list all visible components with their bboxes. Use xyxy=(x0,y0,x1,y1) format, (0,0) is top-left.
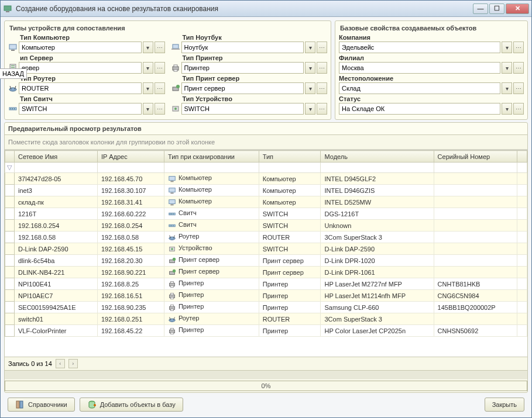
dropdown-button[interactable]: ▾ xyxy=(305,82,315,94)
svg-rect-27 xyxy=(169,199,176,203)
cell-ip: 192.168.90.221 xyxy=(97,267,164,278)
references-button[interactable]: Справочники xyxy=(8,398,75,412)
browse-button[interactable]: ⋯ xyxy=(317,62,327,74)
devtype-input[interactable] xyxy=(182,83,304,94)
row-header[interactable] xyxy=(5,325,15,337)
row-header[interactable] xyxy=(5,196,15,208)
nav-next-button[interactable]: › xyxy=(68,359,78,368)
cell-model: D-Link DPR-1020 xyxy=(321,255,434,267)
dropdown-button[interactable]: ▾ xyxy=(143,103,153,115)
devtype-label: Тип Компьютер xyxy=(8,34,165,41)
column-header[interactable]: IP Адрес xyxy=(97,151,164,163)
dropdown-button[interactable]: ▾ xyxy=(143,82,153,94)
table-row[interactable]: SEC001599425A1E192.168.90.235ПринтерПрин… xyxy=(5,302,527,313)
browse-button[interactable]: ⋯ xyxy=(513,42,524,53)
dropdown-button[interactable]: ▾ xyxy=(143,42,153,53)
dropdown-button[interactable]: ▾ xyxy=(305,103,315,115)
browse-button[interactable]: ⋯ xyxy=(155,42,165,53)
column-header[interactable]: Модель xyxy=(321,151,434,163)
horizontal-scrollbar[interactable] xyxy=(5,370,527,379)
baseprop-input[interactable] xyxy=(339,83,500,94)
browse-button[interactable]: ⋯ xyxy=(317,82,327,94)
devtype-input[interactable] xyxy=(19,63,141,73)
devtype-input[interactable] xyxy=(19,42,141,53)
row-header[interactable] xyxy=(5,232,15,243)
browse-button[interactable]: ⋯ xyxy=(317,103,327,115)
baseprop-input[interactable] xyxy=(339,42,500,53)
filter-cell[interactable] xyxy=(321,163,434,173)
table-row[interactable]: 1216T192.168.60.222СвитчSWITCHDGS-1216T xyxy=(5,208,527,220)
dropdown-button[interactable]: ▾ xyxy=(502,103,512,115)
row-header[interactable] xyxy=(5,243,15,255)
table-row[interactable]: switch01192.168.0.251РоутерROUTER3Com Su… xyxy=(5,313,527,325)
column-header[interactable]: Тип xyxy=(259,151,321,163)
row-header[interactable] xyxy=(5,220,15,232)
table-row[interactable]: VLF-ColorPrinter192.168.45.22ПринтерПрин… xyxy=(5,325,527,337)
row-header[interactable] xyxy=(5,185,15,196)
row-header[interactable] xyxy=(5,267,15,278)
filter-icon[interactable]: ▽ xyxy=(5,164,13,171)
table-row[interactable]: D-Link DAP-2590192.168.45.15УстройствоSW… xyxy=(5,243,527,255)
row-header[interactable] xyxy=(5,290,15,302)
table-row[interactable]: DLINK-NB4-221192.168.90.221Принт серверП… xyxy=(5,267,527,278)
column-header[interactable]: Сетевое Имя xyxy=(15,151,98,163)
table-row[interactable]: dlink-6c54ba192.168.20.30Принт серверПри… xyxy=(5,255,527,267)
table-row[interactable]: 37l4247d28-05192.168.45.70КомпьютерКомпь… xyxy=(5,173,527,185)
devtype-input[interactable] xyxy=(19,83,141,94)
filter-cell[interactable] xyxy=(15,163,98,173)
close-button[interactable]: Закрыть xyxy=(485,398,524,412)
minimize-button[interactable]: — xyxy=(473,4,488,14)
row-header[interactable] xyxy=(5,208,15,220)
devtype-input[interactable] xyxy=(182,42,304,53)
cell-model: DGS-1216T xyxy=(321,208,434,220)
dropdown-button[interactable]: ▾ xyxy=(143,62,153,74)
dropdown-button[interactable]: ▾ xyxy=(502,62,512,74)
filter-cell[interactable] xyxy=(434,163,517,173)
filter-cell[interactable] xyxy=(164,163,259,173)
group-by-hint[interactable]: Поместите сюда заголовок колонки для гру… xyxy=(5,135,527,150)
row-header[interactable] xyxy=(5,313,15,325)
column-header[interactable]: Серийный Номер xyxy=(434,151,517,163)
row-header[interactable] xyxy=(5,255,15,267)
svg-rect-48 xyxy=(170,285,173,287)
browse-button[interactable]: ⋯ xyxy=(513,62,524,74)
browse-button[interactable]: ⋯ xyxy=(513,103,524,115)
cell-name: 37l4247d28-05 xyxy=(15,173,98,185)
table-row[interactable]: склад-пк192.168.31.41КомпьютерКомпьютерI… xyxy=(5,196,527,208)
row-header[interactable] xyxy=(5,302,15,313)
table-row[interactable]: 192.168.0.254192.168.0.254СвитчSWITCHUnk… xyxy=(5,220,527,232)
results-grid[interactable]: Сетевое ИмяIP АдресТип при сканированииТ… xyxy=(5,150,527,357)
devtype-input[interactable] xyxy=(182,103,304,114)
filter-cell[interactable] xyxy=(259,163,321,173)
nav-prev-button[interactable]: ‹ xyxy=(56,359,65,368)
cell-scantype: Принтер xyxy=(164,302,259,313)
table-row[interactable]: NPI10AEC7192.168.16.51ПринтерПринтерHP L… xyxy=(5,290,527,302)
dropdown-button[interactable]: ▾ xyxy=(305,62,315,74)
baseprop-input[interactable] xyxy=(339,63,500,73)
add-objects-button[interactable]: Добавить объекты в базу xyxy=(80,398,183,412)
browse-button[interactable]: ⋯ xyxy=(155,62,165,74)
dropdown-button[interactable]: ▾ xyxy=(305,42,315,53)
column-header[interactable]: Тип при сканировании xyxy=(164,151,259,163)
table-row[interactable]: inet3192.168.30.107КомпьютерКомпьютерINT… xyxy=(5,185,527,196)
devtype-input[interactable] xyxy=(19,103,141,114)
row-header[interactable] xyxy=(5,173,15,185)
row-header[interactable] xyxy=(5,278,15,290)
dropdown-button[interactable]: ▾ xyxy=(502,42,512,53)
table-row[interactable]: 192.168.0.58192.168.0.58РоутерROUTER3Com… xyxy=(5,232,527,243)
baseprop-input[interactable] xyxy=(339,103,500,114)
devtype-input[interactable] xyxy=(182,63,304,73)
svg-rect-32 xyxy=(173,213,174,215)
filter-cell[interactable] xyxy=(97,163,164,173)
maximize-button[interactable]: ☐ xyxy=(489,4,504,14)
browse-button[interactable]: ⋯ xyxy=(317,42,327,53)
window-close-button[interactable]: ✕ xyxy=(506,4,529,14)
titlebar[interactable]: Создание оборудования на основе результа… xyxy=(1,1,531,17)
device-icon xyxy=(171,104,180,113)
cell-serial: CNG6C5N984 xyxy=(434,290,517,302)
dropdown-button[interactable]: ▾ xyxy=(502,82,512,94)
browse-button[interactable]: ⋯ xyxy=(155,103,165,115)
table-row[interactable]: NPI100E41192.168.8.25ПринтерПринтерHP La… xyxy=(5,278,527,290)
browse-button[interactable]: ⋯ xyxy=(513,82,524,94)
browse-button[interactable]: ⋯ xyxy=(155,82,165,94)
